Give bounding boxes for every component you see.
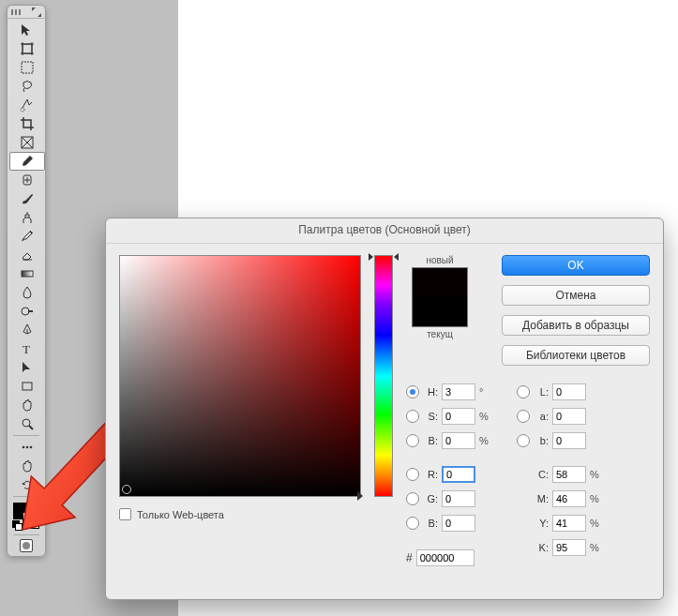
input-hex[interactable]	[416, 549, 475, 566]
label-r: R:	[423, 469, 438, 480]
radio-lab-b[interactable]	[517, 434, 530, 447]
svg-rect-5	[22, 62, 33, 73]
svg-point-15	[22, 308, 29, 315]
edit-toolbar[interactable]	[9, 438, 45, 457]
healing-tool[interactable]	[9, 171, 45, 189]
tools-panel-header[interactable]	[8, 6, 45, 19]
input-h[interactable]	[442, 383, 475, 400]
label-s: S:	[423, 411, 438, 422]
svg-line-20	[29, 426, 33, 429]
input-s[interactable]	[442, 408, 475, 425]
hand-tool[interactable]	[9, 396, 45, 414]
history-brush-tool[interactable]	[9, 227, 45, 246]
label-c: C:	[534, 469, 549, 480]
separator	[13, 435, 39, 436]
radio-s[interactable]	[406, 410, 419, 423]
brush-tool[interactable]	[9, 189, 45, 208]
background-swatch[interactable]	[23, 512, 39, 529]
input-b[interactable]	[442, 432, 475, 449]
label-g: G:	[423, 493, 438, 504]
svg-point-6	[21, 108, 24, 112]
svg-point-23	[30, 446, 33, 449]
dodge-tool[interactable]	[9, 302, 45, 321]
svg-point-22	[26, 446, 29, 449]
pen-tool[interactable]	[9, 321, 45, 339]
hue-slider[interactable]	[374, 255, 393, 497]
gradient-tool[interactable]	[9, 264, 45, 283]
svg-rect-14	[22, 271, 33, 277]
frame-tool[interactable]	[9, 133, 45, 152]
move-tool[interactable]	[9, 21, 45, 39]
label-y: Y:	[534, 518, 549, 529]
current-color-label: текущ	[406, 329, 474, 339]
ok-button[interactable]: OK	[502, 255, 650, 276]
eraser-tool[interactable]	[9, 246, 45, 264]
radio-h[interactable]	[406, 385, 419, 398]
current-color-swatch[interactable]	[413, 297, 467, 326]
input-g[interactable]	[442, 490, 475, 507]
color-swatches[interactable]: ↺	[9, 499, 43, 533]
zoom-tool[interactable]	[9, 414, 45, 433]
input-l[interactable]	[552, 383, 586, 400]
spectrum-arrow-icon	[357, 491, 363, 501]
quick-mask-icon	[20, 539, 33, 552]
label-m: M:	[534, 493, 549, 504]
color-preview: новый текущ	[406, 255, 474, 339]
label-h: H:	[423, 386, 438, 398]
web-only-checkbox[interactable]	[119, 508, 131, 520]
default-colors-icon[interactable]	[13, 521, 23, 531]
eyedropper-tool[interactable]	[9, 152, 45, 171]
radio-b2[interactable]	[406, 517, 419, 530]
unit-c: %	[590, 469, 601, 480]
marquee-tool[interactable]	[9, 58, 45, 77]
svg-text:T: T	[23, 342, 30, 356]
new-color-swatch[interactable]	[413, 268, 467, 297]
label-lab-b: b:	[534, 435, 549, 446]
input-k[interactable]	[552, 539, 586, 556]
input-m[interactable]	[552, 490, 586, 507]
quick-mask-toggle[interactable]	[9, 537, 43, 554]
color-libraries-button[interactable]: Библиотеки цветов	[502, 345, 650, 366]
unit-k: %	[590, 542, 601, 553]
dialog-title: Палитра цветов (Основной цвет)	[106, 218, 663, 244]
input-r[interactable]	[442, 466, 475, 483]
radio-l[interactable]	[517, 385, 530, 398]
unit-y: %	[590, 518, 601, 529]
color-spectrum[interactable]	[119, 255, 361, 497]
radio-a[interactable]	[517, 410, 530, 423]
label-b2: B:	[423, 518, 438, 529]
type-tool[interactable]: T	[9, 339, 45, 358]
quick-select-tool[interactable]	[9, 96, 45, 114]
label-a: a:	[534, 411, 549, 422]
artboard-tool[interactable]	[9, 39, 45, 58]
rectangle-tool[interactable]	[9, 377, 45, 396]
label-b: B:	[423, 435, 438, 446]
swap-colors-icon[interactable]: ↺	[32, 501, 39, 511]
new-color-label: новый	[406, 255, 474, 265]
svg-rect-18	[23, 383, 32, 390]
radio-b[interactable]	[406, 434, 419, 447]
tools-panel: T ↺	[7, 5, 46, 557]
radio-r[interactable]	[406, 468, 419, 481]
unit-b: %	[479, 435, 490, 446]
crop-tool[interactable]	[9, 114, 45, 133]
radio-g[interactable]	[406, 492, 419, 505]
separator	[13, 534, 39, 535]
add-swatch-button[interactable]: Добавить в образцы	[502, 315, 650, 336]
separator	[13, 496, 39, 497]
input-a[interactable]	[552, 408, 586, 425]
clone-tool[interactable]	[9, 208, 45, 227]
label-k: K:	[534, 542, 549, 553]
blur-tool[interactable]	[9, 283, 45, 302]
input-y[interactable]	[552, 515, 586, 532]
cancel-button[interactable]: Отмена	[502, 285, 650, 306]
rotate-tool[interactable]	[9, 475, 45, 494]
lasso-tool[interactable]	[9, 77, 45, 96]
input-c[interactable]	[552, 466, 586, 483]
web-only-label: Только Web-цвета	[137, 509, 224, 520]
input-lab-b[interactable]	[552, 432, 586, 449]
path-select-tool[interactable]	[9, 358, 45, 377]
hand-alt-tool[interactable]	[9, 457, 45, 475]
input-b2[interactable]	[442, 515, 475, 532]
expand-icon	[32, 8, 41, 17]
